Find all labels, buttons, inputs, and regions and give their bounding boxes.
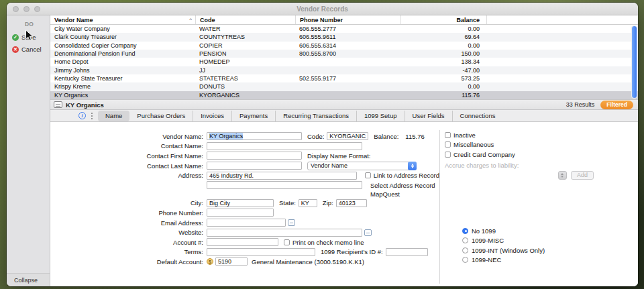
vendor-record-icon: [54, 101, 62, 108]
display-name-format-dropdown[interactable]: Vendor Name: [307, 162, 417, 170]
title-bar[interactable]: Vendor Records: [7, 3, 638, 15]
open-website-icon[interactable]: [364, 229, 372, 236]
accrue-liability-label: Accrue charges to liability:: [445, 161, 594, 171]
column-header-filler: [486, 15, 638, 24]
balance-value: 115.76: [405, 133, 424, 140]
tab-connections[interactable]: Connections: [452, 111, 503, 121]
collapse-label: Collapse: [14, 277, 38, 284]
email-address-input[interactable]: [207, 219, 286, 227]
balance-label: Balance:: [374, 133, 398, 140]
mapquest-link[interactable]: MapQuest: [370, 190, 400, 198]
state-input[interactable]: [299, 199, 317, 207]
tab-recurring-transactions[interactable]: Recurring Transactions: [275, 111, 356, 121]
contact-first-name-input[interactable]: [207, 152, 302, 160]
tab-purchase-orders[interactable]: Purchase Orders: [129, 111, 193, 121]
collapse-button[interactable]: Collapse: [7, 273, 50, 286]
vendor-records-window: Vendor Records DO ✓ Save ✕ Cancel Collap…: [7, 3, 638, 286]
contact-name-input[interactable]: [207, 142, 362, 150]
accrue-dropdown: [558, 171, 567, 180]
default-account-label: Default Account:: [50, 258, 207, 266]
table-row-selected[interactable]: KY Organics KYORGANICS 115.76: [50, 91, 638, 99]
radio-1099-misc[interactable]: 1099-MISC: [462, 236, 594, 246]
website-label: Website:: [50, 229, 207, 236]
tab-1099-setup[interactable]: 1099 Setup: [356, 111, 405, 121]
contacts-card-icon[interactable]: [288, 219, 295, 226]
phone-number-input[interactable]: [207, 209, 274, 217]
checkbox-icon: [284, 239, 290, 245]
website-input[interactable]: [207, 229, 362, 237]
city-label: City:: [50, 199, 207, 207]
terms-input[interactable]: [207, 248, 315, 256]
cancel-label: Cancel: [21, 46, 42, 53]
zoom-button[interactable]: [34, 6, 40, 12]
save-button[interactable]: ✓ Save: [7, 32, 50, 42]
add-button: Add: [571, 171, 594, 180]
cancel-button[interactable]: ✕ Cancel: [7, 44, 50, 54]
tab-name[interactable]: Name: [98, 111, 129, 121]
save-check-icon: ✓: [12, 34, 19, 41]
table-scrollbar[interactable]: [631, 25, 637, 99]
address-line1-input[interactable]: [207, 172, 357, 180]
phone-number-label: Phone Number:: [50, 209, 207, 217]
checkbox-icon: [445, 152, 451, 158]
inactive-checkbox[interactable]: Inactive: [445, 130, 594, 140]
table-header: Vendor Name ^ Code Phone Number Balance: [50, 15, 638, 25]
link-address-checkbox[interactable]: Link to Address Record: [365, 172, 439, 179]
table-row[interactable]: City Water Company WATER 606.555.2777 0.…: [50, 25, 638, 33]
minimize-button[interactable]: [23, 6, 30, 12]
checkbox-icon: [445, 141, 451, 148]
column-header-balance[interactable]: Balance: [400, 15, 486, 24]
tab-invoices[interactable]: Invoices: [193, 111, 231, 121]
miscellaneous-checkbox[interactable]: Miscellaneous: [445, 140, 594, 150]
default-account-description: General Maintenance (3000.5190.K.K1): [252, 258, 364, 266]
table-row[interactable]: Kentucky State Treasurer STATETREAS 502.…: [50, 74, 638, 82]
save-label: Save: [21, 34, 36, 41]
column-header-vendor-name[interactable]: Vendor Name ^: [50, 15, 195, 24]
tab-user-fields[interactable]: User Fields: [405, 111, 452, 121]
table-row[interactable]: Krispy Kreme DONUTS 0.00: [50, 82, 638, 91]
table-row[interactable]: Clark County Treasurer COUNTYTREAS 606.5…: [50, 33, 638, 41]
contact-last-name-input[interactable]: [207, 162, 302, 170]
recipient-id-label: 1099 Recipient's ID #:: [321, 248, 383, 255]
action-sidebar: DO ✓ Save ✕ Cancel Collapse: [7, 15, 50, 286]
account-number-input[interactable]: [207, 238, 278, 246]
column-header-code[interactable]: Code: [195, 15, 295, 24]
table-row[interactable]: Home Depot HOMEDEP 138.34: [50, 58, 638, 66]
tab-payments[interactable]: Payments: [231, 111, 275, 121]
filtered-badge[interactable]: Filtered: [600, 101, 633, 109]
address-line2-input[interactable]: [207, 181, 362, 189]
city-input[interactable]: [207, 199, 274, 207]
scrollbar-thumb[interactable]: [632, 26, 637, 98]
account-money-icon: $: [207, 258, 213, 265]
contact-last-name-label: Contact Last Name:: [50, 162, 207, 170]
table-row[interactable]: Denominational Pension Fund PENSION 800.…: [50, 50, 638, 58]
vendor-form: Vendor Name: KY Organics Code: Balance: …: [50, 122, 638, 286]
radio-1099-int[interactable]: 1099-INT (Windows Only): [462, 245, 594, 255]
results-count: 33 Results: [566, 101, 595, 108]
email-address-label: Email Address:: [50, 219, 207, 227]
recipient-id-input[interactable]: [386, 248, 428, 256]
table-body: City Water Company WATER 606.555.2777 0.…: [50, 25, 638, 99]
column-header-phone[interactable]: Phone Number: [295, 15, 400, 24]
print-memo-checkbox[interactable]: Print on check memo line: [284, 239, 364, 246]
vendor-name-input[interactable]: KY Organics: [207, 132, 302, 140]
radio-icon: [462, 257, 468, 263]
sort-ascending-icon: ^: [189, 17, 192, 23]
credit-card-company-checkbox[interactable]: Credit Card Company: [445, 150, 594, 160]
default-account-input[interactable]: [215, 257, 248, 266]
vendor-options-panel: Inactive Miscellaneous Credit Card Compa…: [439, 130, 594, 284]
close-button[interactable]: [13, 6, 19, 12]
table-row[interactable]: Jimmy Johns JJ -47.00: [50, 66, 638, 74]
overflow-dots-icon[interactable]: [91, 115, 93, 117]
radio-no-1099[interactable]: No 1099: [462, 226, 594, 236]
checkbox-icon: [445, 132, 451, 138]
contact-name-label: Contact Name:: [50, 142, 207, 150]
select-address-record-button[interactable]: Select Address Record: [370, 182, 435, 189]
radio-1099-nec[interactable]: 1099-NEC: [462, 255, 594, 266]
code-input[interactable]: [327, 132, 368, 140]
zip-input[interactable]: [336, 199, 367, 207]
vendor-name-label: Vendor Name:: [50, 133, 207, 140]
table-row[interactable]: Consolidated Copier Company COPIER 606.5…: [50, 42, 638, 50]
info-icon[interactable]: i: [78, 112, 86, 119]
tab-bar: i Name Purchase Orders Invoices Payments…: [50, 110, 638, 122]
